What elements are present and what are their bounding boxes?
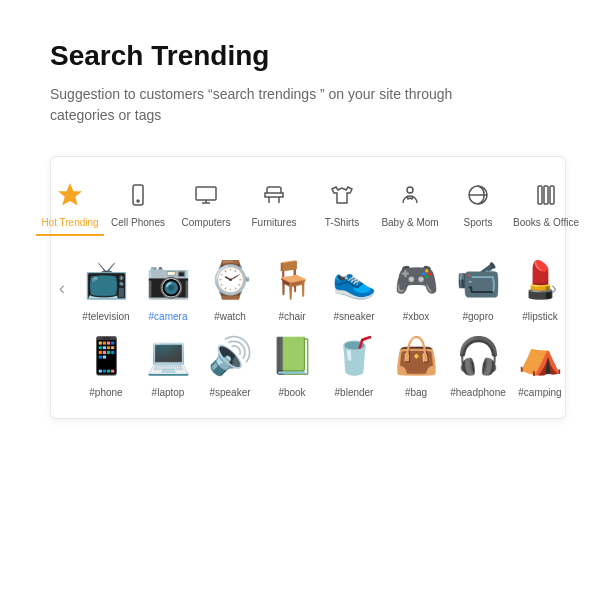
product-image: 🥤 [325,330,383,382]
page-subtitle: Suggestion to customers “search trending… [50,84,490,126]
product-tag: #camping [518,387,561,398]
categories-nav: Hot Trending Cell Phones Computers Furni… [61,177,555,236]
product-cell[interactable]: 💻 #laptop [139,330,197,398]
category-item-sports[interactable]: Sports [444,177,512,236]
product-tag: #laptop [152,387,185,398]
svg-marker-0 [60,185,80,204]
category-item-books-office[interactable]: Books & Office [512,177,580,236]
svg-rect-11 [538,186,542,204]
product-tag: #television [82,311,129,322]
category-item-cell-phones[interactable]: Cell Phones [104,177,172,236]
category-label-cell-phones: Cell Phones [111,217,165,228]
category-item-baby-mom[interactable]: Baby & Mom [376,177,444,236]
svg-rect-3 [196,187,216,200]
product-tag: #phone [89,387,122,398]
product-tag: #camera [149,311,188,322]
cell-phones-icon [126,183,150,213]
category-label-computers: Computers [182,217,231,228]
product-image: 🎧 [449,330,507,382]
computers-icon [194,183,218,213]
baby-mom-icon [398,183,422,213]
product-image: 📷 [139,254,197,306]
product-cell[interactable]: 🎧 #headphone [449,330,507,398]
right-arrow-button[interactable]: › [545,273,563,302]
product-image: 📺 [77,254,135,306]
svg-point-8 [407,187,413,193]
product-image: 🔊 [201,330,259,382]
sports-icon [466,183,490,213]
product-cell[interactable]: 🪑 #chair [263,254,321,322]
category-label-hot-trending: Hot Trending [41,217,98,228]
product-cell[interactable]: 👟 #sneaker [325,254,383,322]
product-cell[interactable]: 📹 #gopro [449,254,507,322]
product-tag: #blender [335,387,374,398]
product-cell[interactable]: ⛺ #camping [511,330,569,398]
product-tag: #lipstick [522,311,558,322]
product-cell[interactable]: ⌚ #watch [201,254,259,322]
product-image: 📗 [263,330,321,382]
product-cell[interactable]: 📗 #book [263,330,321,398]
product-image: 🪑 [263,254,321,306]
category-label-baby-mom: Baby & Mom [381,217,438,228]
product-image: 🎮 [387,254,445,306]
product-tag: #bag [405,387,427,398]
product-tag: #xbox [403,311,430,322]
page-title: Search Trending [50,40,566,72]
left-arrow-button[interactable]: ‹ [53,273,71,302]
product-image: 📱 [77,330,135,382]
category-item-t-shirts[interactable]: T-Shirts [308,177,376,236]
product-tag: #headphone [450,387,506,398]
product-image: 📹 [449,254,507,306]
product-cell[interactable]: 🔊 #speaker [201,330,259,398]
product-cell[interactable]: 📱 #phone [77,330,135,398]
category-label-furnitures: Furnitures [252,217,297,228]
products-row2: 📱 #phone 💻 #laptop 🔊 #speaker 📗 #book 🥤 … [61,330,555,398]
products-row1: 📺 #television 📷 #camera ⌚ #watch 🪑 #chai… [61,254,555,322]
category-item-computers[interactable]: Computers [172,177,240,236]
furnitures-icon [262,183,286,213]
product-tag: #watch [214,311,246,322]
product-image: 👜 [387,330,445,382]
product-cell[interactable]: 👜 #bag [387,330,445,398]
product-image: 💻 [139,330,197,382]
product-cell[interactable]: 📷 #camera [139,254,197,322]
product-cell[interactable]: 📺 #television [77,254,135,322]
books-office-icon [534,183,558,213]
category-label-books-office: Books & Office [513,217,579,228]
product-tag: #speaker [209,387,250,398]
category-item-hot-trending[interactable]: Hot Trending [36,177,104,236]
product-tag: #gopro [462,311,493,322]
product-cell[interactable]: 🎮 #xbox [387,254,445,322]
category-label-t-shirts: T-Shirts [325,217,359,228]
widget-container: ‹ › Hot Trending Cell Phones Computers F… [50,156,566,419]
product-cell[interactable]: 🥤 #blender [325,330,383,398]
category-item-furnitures[interactable]: Furnitures [240,177,308,236]
hot-trending-icon [58,183,82,213]
svg-rect-13 [550,186,554,204]
product-tag: #book [278,387,305,398]
product-image: ⌚ [201,254,259,306]
product-image: 👟 [325,254,383,306]
svg-point-2 [137,200,139,202]
product-image: ⛺ [511,330,569,382]
product-tag: #sneaker [333,311,374,322]
svg-rect-12 [544,186,548,204]
t-shirts-icon [330,183,354,213]
product-tag: #chair [278,311,305,322]
category-label-sports: Sports [464,217,493,228]
